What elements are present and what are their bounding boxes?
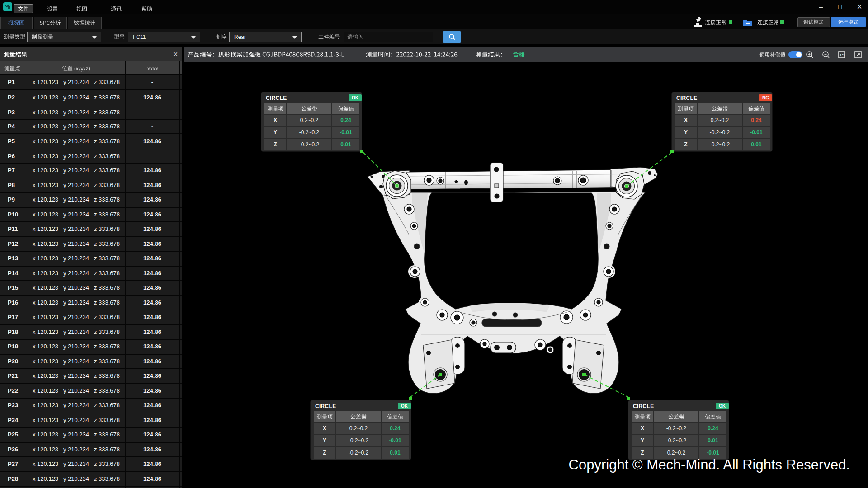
svg-text:1:1: 1:1 bbox=[840, 53, 845, 57]
